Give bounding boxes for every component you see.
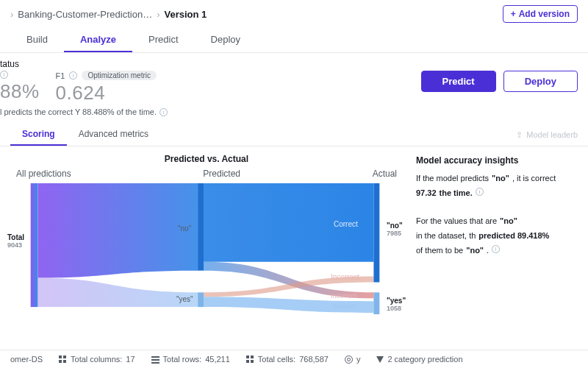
info-icon[interactable]: i [492,245,500,253]
deploy-button[interactable]: Deploy [503,71,578,92]
total-label: Total [7,233,24,241]
pin-icon [376,356,384,363]
predicted-yes-label: "yes" [176,295,193,303]
svg-rect-2 [198,292,204,307]
svg-rect-0 [31,183,38,307]
model-leaderboard-link[interactable]: ⇪ Model leaderb [516,130,578,140]
metric-f1: F1 i Optimization metric 0.624 [56,71,157,105]
optimization-badge: Optimization metric [82,71,157,80]
breadcrumb: › Banking-Customer-Prediction… › Version… [10,9,207,20]
insights-panel: Model accuracy insights If the model pre… [416,154,578,323]
accuracy-value: 88% [0,80,40,103]
f1-value: 0.624 [56,82,157,105]
incorrect-label: Incorrect [331,273,359,281]
target-icon [345,355,353,364]
cells-icon [246,355,254,364]
incorrect-label-2: Incorrect [331,292,356,300]
info-icon[interactable]: i [476,188,484,196]
correct-label-2: Correct [334,302,356,310]
dataset-footer: omer-DS Total columns:17 Total rows:45,2… [0,350,588,368]
subtab-advanced-metrics[interactable]: Advanced metrics [67,124,160,146]
actual-yes-value: 1058 [387,305,406,312]
actual-yes-label: "yes" [387,297,406,305]
f1-label: F1 [56,71,65,80]
chart-title: Predicted vs. Actual [10,154,403,164]
tab-predict[interactable]: Predict [132,28,194,52]
svg-rect-1 [198,183,204,271]
subtab-scoring[interactable]: Scoring [10,124,67,146]
predict-button[interactable]: Predict [421,71,496,92]
col-actual: Actual [373,169,397,179]
status-description: l predicts the correct Y 88.488% of the … [0,107,157,116]
rows-icon [151,355,159,364]
tab-analyze[interactable]: Analyze [64,28,132,52]
share-icon: ⇪ [516,130,523,140]
insight-2: For the values that are "no" in the data… [416,216,578,257]
info-icon[interactable]: i [159,108,168,116]
metric-accuracy: i 88% [0,71,40,105]
predicted-no-label: "no" [178,224,191,233]
actual-no-value: 7985 [387,230,403,237]
model-tabs: Build Analyze Predict Deploy [0,28,588,53]
total-value: 9043 [7,241,24,249]
chevron-right-icon: › [157,9,159,20]
info-icon[interactable]: i [0,71,8,79]
actual-no-label: "no" [387,222,403,230]
svg-rect-3 [373,183,379,282]
col-all-predictions: All predictions [16,169,71,179]
dataset-name: omer-DS [10,355,43,364]
col-predicted: Predicted [203,169,240,179]
svg-rect-4 [373,292,379,314]
chevron-right-icon: › [10,9,13,20]
status-heading: tatus [0,59,578,69]
target-column: y [356,355,361,364]
tab-build[interactable]: Build [10,28,64,52]
columns-icon [59,355,67,364]
sankey-chart: Predicted vs. Actual All predictions Pre… [10,154,403,323]
insights-heading: Model accuracy insights [416,155,578,166]
plus-icon: + [511,9,516,19]
correct-label: Correct [334,220,358,228]
insight-1: If the model predicts "no", it is correc… [416,173,578,199]
add-version-button[interactable]: + Add version [503,5,578,23]
info-icon[interactable]: i [69,71,77,79]
prediction-type: 2 category prediction [387,355,462,364]
breadcrumb-version[interactable]: Version 1 [164,9,207,20]
tab-deploy[interactable]: Deploy [195,28,257,52]
breadcrumb-model[interactable]: Banking-Customer-Prediction… [18,9,152,20]
add-version-label: Add version [519,9,570,19]
